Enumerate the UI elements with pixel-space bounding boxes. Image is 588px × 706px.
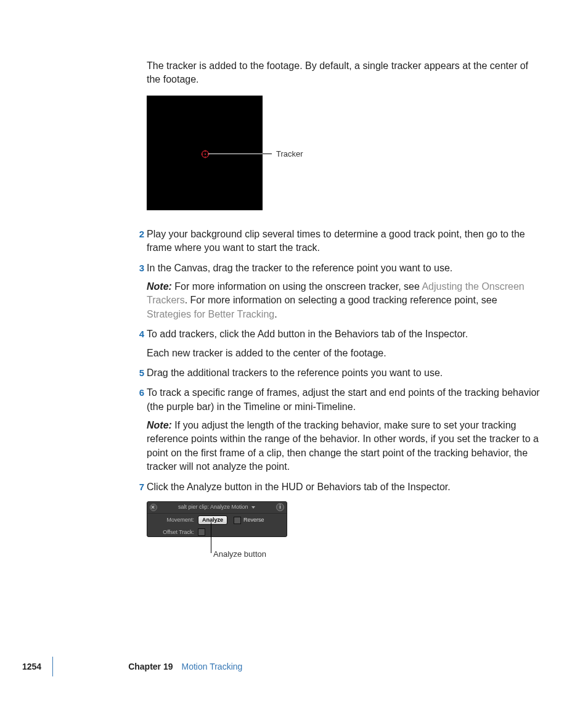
step-text: In the Canvas, drag the tracker to the r… xyxy=(147,261,541,275)
callout-tracker-label: Tracker xyxy=(276,149,303,160)
note-text: If you adjust the length of the tracking… xyxy=(147,420,539,472)
chapter-title: Motion Tracking xyxy=(182,662,243,671)
hud-title-text: salt pier clip: Analyze Motion xyxy=(178,504,248,510)
step-number: 2 xyxy=(134,228,144,240)
tracker-target-icon xyxy=(201,150,210,158)
note-text: For more information on using the onscre… xyxy=(172,281,422,292)
step-note: Note: If you adjust the length of the tr… xyxy=(147,419,541,474)
svg-point-5 xyxy=(205,154,206,155)
body-content: The tracker is added to the footage. By … xyxy=(147,59,541,563)
hud-row-movement: Movement: Analyze Reverse xyxy=(147,514,287,527)
offset-track-label: Offset Track: xyxy=(151,528,198,536)
figure-tracker: Tracker xyxy=(147,96,541,213)
close-icon[interactable] xyxy=(150,504,157,511)
step-number: 3 xyxy=(134,261,144,274)
step-text: Click the Analyze button in the HUD or B… xyxy=(147,480,541,494)
info-icon[interactable]: i xyxy=(276,503,284,511)
step-number: 5 xyxy=(134,366,144,379)
step-text: Drag the additional trackers to the refe… xyxy=(147,366,541,380)
step-7: 7 Click the Analyze button in the HUD or… xyxy=(147,480,541,563)
step-5: 5 Drag the additional trackers to the re… xyxy=(147,366,541,380)
hud-panel: salt pier clip: Analyze Motion i Movemen… xyxy=(147,501,287,537)
step-text: Play your background clip several times … xyxy=(147,228,541,255)
hud-row-offset: Offset Track: xyxy=(147,527,287,538)
step-number: 7 xyxy=(134,480,144,493)
note-label: Note: xyxy=(147,281,172,292)
hud-title-row: salt pier clip: Analyze Motion i xyxy=(147,502,287,514)
callout-line xyxy=(263,154,272,154)
step-note: Note: For more information on using the … xyxy=(147,280,541,321)
analyze-button[interactable]: Analyze xyxy=(198,515,227,525)
chapter-label: Chapter 19 xyxy=(128,662,173,671)
figure-hud: salt pier clip: Analyze Motion i Movemen… xyxy=(147,501,344,563)
step-3: 3 In the Canvas, drag the tracker to the… xyxy=(147,261,541,322)
step-follow: Each new tracker is added to the center … xyxy=(147,347,541,360)
step-6: 6 To track a specific range of frames, a… xyxy=(147,386,541,474)
callout-analyze-label: Analyze button xyxy=(213,549,266,560)
callout-line xyxy=(211,522,211,553)
movement-label: Movement: xyxy=(151,516,198,524)
page-number: 1254 xyxy=(22,662,41,671)
intro-paragraph: The tracker is added to the footage. By … xyxy=(147,59,541,87)
step-text: To add trackers, click the Add button in… xyxy=(147,327,541,341)
reverse-label: Reverse xyxy=(243,516,264,524)
reverse-checkbox[interactable] xyxy=(234,517,241,524)
note-label: Note: xyxy=(147,420,172,430)
offset-track-checkbox[interactable] xyxy=(198,528,205,536)
hud-title: salt pier clip: Analyze Motion xyxy=(157,503,276,511)
step-4: 4 To add trackers, click the Add button … xyxy=(147,327,541,360)
step-2: 2 Play your background clip several time… xyxy=(147,228,541,255)
step-number: 6 xyxy=(134,386,144,399)
link-strategies[interactable]: Strategies for Better Tracking xyxy=(147,309,274,319)
step-text: To track a specific range of frames, adj… xyxy=(147,386,541,414)
step-number: 4 xyxy=(134,327,144,340)
chevron-down-icon[interactable] xyxy=(251,506,255,509)
page: The tracker is added to the footage. By … xyxy=(0,0,588,706)
note-text: . xyxy=(274,309,277,319)
steps-list: 2 Play your background clip several time… xyxy=(147,228,541,563)
callout-line xyxy=(208,154,270,154)
footage-preview xyxy=(147,96,263,210)
page-footer: 1254 Chapter 19 Motion Tracking xyxy=(22,657,565,676)
footer-divider xyxy=(52,657,53,676)
note-text: . For more information on selecting a go… xyxy=(185,295,497,305)
